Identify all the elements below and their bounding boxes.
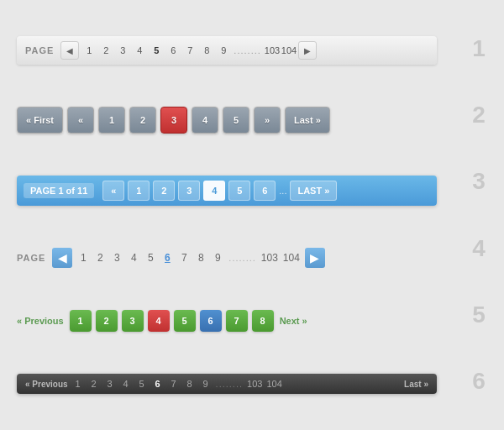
page-num-6-5[interactable]: 5 (136, 379, 148, 389)
next-link-5[interactable]: Next » (280, 316, 307, 326)
page-num-6-1[interactable]: 1 (72, 379, 84, 389)
page-num-6-4[interactable]: 4 (120, 379, 132, 389)
page-num-1-1[interactable]: 1 (82, 45, 96, 55)
section-num-1: 1 (472, 35, 486, 62)
section-num-3: 3 (472, 168, 486, 195)
page-num-1-6[interactable]: 6 (166, 45, 180, 55)
page-label-1: PAGE (25, 45, 54, 55)
dots-3: ... (279, 186, 286, 196)
page-btn-3-2[interactable]: 2 (153, 181, 175, 201)
next-arrow-1[interactable]: ▶ (298, 41, 317, 60)
page-num-1-2[interactable]: 2 (99, 45, 113, 55)
page-num-4-8[interactable]: 8 (195, 252, 207, 264)
prev-link-5[interactable]: « Previous (17, 316, 64, 326)
page-num-6-8[interactable]: 8 (184, 379, 196, 389)
pagination-row-6: « Previous 1 2 3 4 5 6 7 8 9 ........ 10… (17, 374, 437, 394)
pagination-row-3: PAGE 1 of 11 « 1 2 3 4 5 6 ... LAST » (17, 176, 437, 206)
page-num-6-6[interactable]: 6 (152, 379, 164, 389)
page-btn-3-4[interactable]: 4 (203, 181, 225, 201)
page-btn-2-4[interactable]: 4 (192, 107, 218, 134)
section-num-5: 5 (472, 302, 486, 328)
page-num-1-103[interactable]: 103 (265, 45, 278, 55)
page-num-1-7[interactable]: 7 (183, 45, 197, 55)
prev-link-6[interactable]: « Previous (25, 380, 68, 389)
page-num-6-103[interactable]: 103 (247, 379, 262, 389)
page-num-4-7[interactable]: 7 (178, 252, 190, 264)
pagination-row-5: « Previous 1 2 3 4 5 6 7 8 Next » (17, 310, 437, 332)
page-num-4-5[interactable]: 5 (144, 252, 156, 264)
page-btn-2-3[interactable]: 3 (160, 107, 187, 134)
pagination-row-2: « First « 1 2 3 4 5 » Last » (17, 107, 437, 134)
page-btn-5-5[interactable]: 5 (174, 310, 196, 332)
prev-arrow-1[interactable]: ◀ (60, 41, 79, 60)
page-num-1-9[interactable]: 9 (217, 45, 230, 55)
section-num-6: 6 (472, 368, 486, 395)
prev-button-2[interactable]: « (67, 107, 94, 134)
page-btn-3-3[interactable]: 3 (178, 181, 200, 201)
page-num-6-2[interactable]: 2 (88, 379, 100, 389)
section-numbers: 1 2 3 4 5 6 (454, 0, 504, 430)
dots-1: ........ (234, 45, 260, 55)
page-num-6-3[interactable]: 3 (104, 379, 116, 389)
page-btn-5-1[interactable]: 1 (70, 310, 92, 332)
next-arrow-4[interactable]: ▶ (305, 248, 325, 268)
page-num-6-104[interactable]: 104 (266, 379, 281, 389)
page-of-label: PAGE 1 of 11 (24, 183, 94, 198)
prev-button-3[interactable]: « (102, 181, 124, 201)
page-num-1-5[interactable]: 5 (150, 45, 163, 55)
page-num-4-1[interactable]: 1 (77, 252, 89, 264)
section-num-4: 4 (472, 235, 486, 262)
page-btn-2-2[interactable]: 2 (129, 107, 156, 134)
section-num-2: 2 (472, 102, 486, 128)
page-btn-5-4[interactable]: 4 (148, 310, 170, 332)
page-btn-5-2[interactable]: 2 (96, 310, 118, 332)
dots-6: ........ (216, 379, 243, 389)
page-num-1-4[interactable]: 4 (133, 45, 146, 55)
page-num-4-3[interactable]: 3 (111, 252, 123, 264)
page-num-4-9[interactable]: 9 (212, 252, 223, 264)
page-label-4: PAGE (17, 253, 45, 263)
page-btn-5-7[interactable]: 7 (226, 310, 248, 332)
first-button[interactable]: « First (17, 107, 63, 134)
page-num-1-8[interactable]: 8 (200, 45, 213, 55)
page-btn-5-6[interactable]: 6 (200, 310, 222, 332)
page-btn-3-1[interactable]: 1 (128, 181, 150, 201)
prev-arrow-4[interactable]: ◀ (52, 248, 72, 268)
page-num-4-104[interactable]: 104 (283, 252, 300, 264)
page-num-4-103[interactable]: 103 (261, 252, 278, 264)
page-num-1-3[interactable]: 3 (116, 45, 129, 55)
page-num-4-2[interactable]: 2 (94, 252, 106, 264)
pagination-row-1: PAGE ◀ 1 2 3 4 5 6 7 8 9 ........ 103 10… (17, 36, 437, 65)
page-btn-3-6[interactable]: 6 (254, 181, 276, 201)
last-button[interactable]: Last » (285, 107, 330, 134)
page-btn-2-1[interactable]: 1 (98, 107, 125, 134)
dots-4: ........ (228, 253, 255, 263)
page-num-4-6[interactable]: 6 (161, 252, 173, 264)
page-num-6-9[interactable]: 9 (200, 379, 212, 389)
page-btn-5-3[interactable]: 3 (122, 310, 144, 332)
page-btn-2-5[interactable]: 5 (223, 107, 249, 134)
last-link-6[interactable]: Last » (404, 380, 428, 389)
pagination-row-4: PAGE ◀ 1 2 3 4 5 6 7 8 9 ........ 103 10… (17, 248, 437, 268)
page-num-1-104[interactable]: 104 (281, 45, 295, 55)
page-num-6-7[interactable]: 7 (168, 379, 180, 389)
page-num-4-4[interactable]: 4 (128, 252, 139, 264)
next-button-2[interactable]: » (254, 107, 281, 134)
page-btn-5-8[interactable]: 8 (252, 310, 274, 332)
page-btn-3-5[interactable]: 5 (228, 181, 250, 201)
last-button-3[interactable]: LAST » (290, 181, 337, 201)
